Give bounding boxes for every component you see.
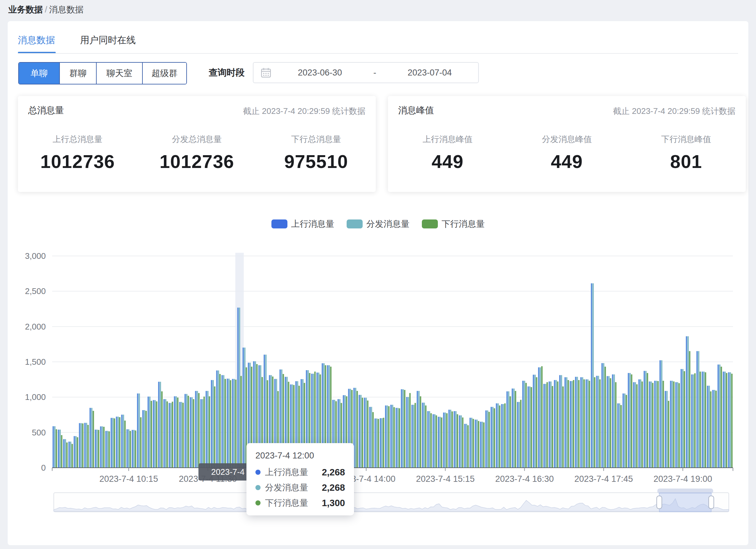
bar[interactable] — [87, 425, 89, 468]
bar[interactable] — [694, 373, 696, 468]
legend-item-distributed[interactable]: 分发消息量 — [347, 218, 410, 230]
bar[interactable] — [719, 364, 720, 468]
bar[interactable] — [666, 391, 668, 468]
bar[interactable] — [174, 396, 175, 468]
bar[interactable] — [228, 379, 229, 468]
bar[interactable] — [213, 380, 214, 468]
bar[interactable] — [98, 430, 99, 468]
bar[interactable] — [455, 411, 456, 468]
seg-button-single-chat[interactable]: 单聊 — [19, 63, 59, 84]
bar[interactable] — [151, 401, 152, 468]
bar[interactable] — [703, 371, 704, 468]
bar[interactable] — [438, 417, 439, 468]
bar[interactable] — [371, 407, 372, 468]
bar[interactable] — [390, 405, 391, 468]
bar[interactable] — [668, 401, 669, 468]
bar[interactable] — [565, 377, 566, 468]
bar[interactable] — [589, 381, 590, 468]
bar[interactable] — [156, 401, 157, 468]
bar[interactable] — [605, 367, 606, 468]
bar[interactable] — [608, 376, 609, 468]
bar[interactable] — [172, 401, 173, 468]
bar[interactable] — [154, 400, 156, 468]
bar[interactable] — [482, 422, 483, 468]
bar[interactable] — [576, 377, 578, 468]
bar[interactable] — [596, 376, 597, 468]
bar[interactable] — [123, 415, 124, 468]
bar[interactable] — [188, 396, 189, 468]
bar[interactable] — [446, 413, 447, 468]
bar[interactable] — [60, 430, 61, 468]
bar[interactable] — [679, 383, 680, 468]
bar[interactable] — [234, 379, 235, 468]
bar[interactable] — [707, 386, 708, 468]
bar[interactable] — [96, 430, 98, 468]
bar[interactable] — [197, 391, 198, 468]
bar[interactable] — [587, 379, 588, 468]
bar[interactable] — [117, 416, 119, 468]
bar[interactable] — [485, 410, 487, 468]
bar[interactable] — [202, 399, 203, 468]
bar[interactable] — [434, 414, 435, 468]
bar[interactable] — [517, 402, 518, 468]
bar[interactable] — [65, 439, 66, 468]
bar[interactable] — [441, 417, 442, 468]
bar[interactable] — [448, 410, 450, 468]
bar[interactable] — [165, 399, 166, 468]
bar[interactable] — [422, 403, 423, 468]
bar[interactable] — [702, 371, 703, 468]
bar[interactable] — [75, 436, 76, 468]
bar[interactable] — [641, 381, 643, 468]
bar[interactable] — [175, 396, 177, 468]
bar[interactable] — [659, 360, 661, 468]
bar[interactable] — [504, 403, 506, 468]
bar[interactable] — [425, 405, 426, 468]
bar[interactable] — [673, 381, 674, 468]
bar[interactable] — [478, 421, 479, 468]
bar[interactable] — [148, 397, 149, 468]
bar[interactable] — [635, 382, 636, 468]
bar[interactable] — [555, 380, 557, 468]
bar[interactable] — [195, 391, 196, 468]
bar[interactable] — [54, 426, 55, 468]
seg-button-super-group[interactable]: 超级群 — [142, 63, 186, 84]
bar[interactable] — [675, 382, 677, 468]
bar[interactable] — [393, 407, 395, 468]
bar[interactable] — [121, 415, 123, 468]
bar[interactable] — [578, 380, 579, 468]
bar[interactable] — [510, 396, 511, 468]
breadcrumb-section[interactable]: 业务数据 — [8, 4, 43, 15]
bar[interactable] — [561, 375, 562, 468]
bar[interactable] — [705, 372, 706, 468]
datazoom-handle-right[interactable] — [709, 496, 714, 509]
bar[interactable] — [640, 379, 641, 468]
bar[interactable] — [475, 420, 476, 468]
bar[interactable] — [181, 402, 182, 468]
bar[interactable] — [571, 381, 573, 468]
bar[interactable] — [56, 429, 57, 468]
bar[interactable] — [70, 441, 71, 468]
bar[interactable] — [243, 347, 244, 468]
bar[interactable] — [399, 408, 400, 468]
bar[interactable] — [58, 430, 59, 468]
bar[interactable] — [95, 430, 96, 468]
bar[interactable] — [585, 379, 587, 468]
bar[interactable] — [494, 408, 495, 468]
bar[interactable] — [381, 418, 382, 468]
bar[interactable] — [522, 381, 524, 468]
bar[interactable] — [459, 415, 460, 468]
bar[interactable] — [362, 398, 363, 468]
bar[interactable] — [198, 393, 199, 468]
bar[interactable] — [158, 382, 159, 468]
bar[interactable] — [230, 380, 231, 468]
bar[interactable] — [417, 391, 418, 468]
bar[interactable] — [623, 393, 624, 468]
bar[interactable] — [501, 404, 503, 468]
bar[interactable] — [77, 437, 78, 468]
bar[interactable] — [650, 381, 652, 468]
bar[interactable] — [582, 377, 583, 468]
bar[interactable] — [728, 372, 729, 468]
bar[interactable] — [369, 407, 370, 468]
bar[interactable] — [591, 283, 592, 468]
bar[interactable] — [439, 417, 441, 468]
